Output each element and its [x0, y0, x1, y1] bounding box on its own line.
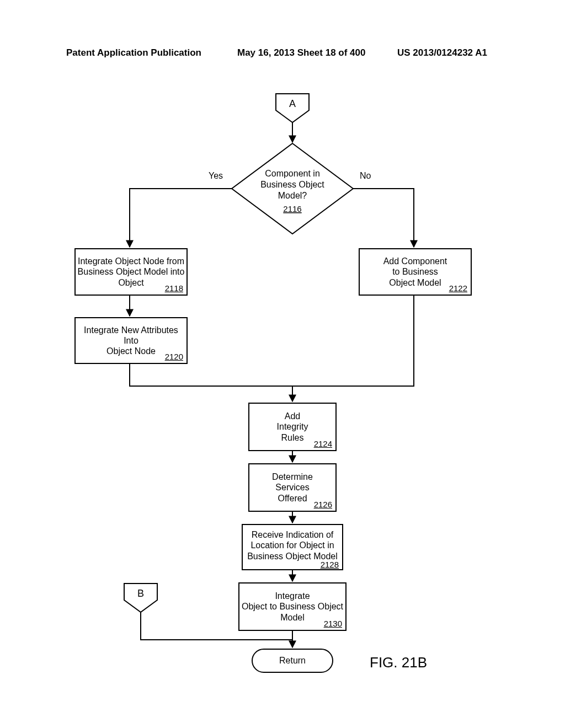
- box-2124-l2: Integrity: [277, 421, 308, 432]
- box-2130-l2: Object to Business Object: [242, 601, 343, 612]
- connector-b: B: [124, 584, 157, 612]
- svg-text:2116: 2116: [283, 204, 301, 213]
- box-2126-ref: 2126: [314, 500, 332, 510]
- box-2118-ref: 2118: [165, 283, 183, 293]
- figure-label: FIG. 21B: [370, 654, 427, 671]
- connector-a: A: [276, 94, 309, 122]
- box-2118-l2: Business Object Model into: [78, 266, 185, 277]
- header-mid: May 16, 2013 Sheet 18 of 400: [237, 47, 365, 58]
- svg-text:Model?: Model?: [278, 191, 307, 200]
- box-2128-ref: 2128: [321, 560, 339, 570]
- box-2124: Add Integrity Rules 2124: [248, 403, 337, 451]
- terminator-return: Return: [252, 649, 333, 673]
- header-left: Patent Application Publication: [66, 47, 201, 58]
- header-right: US 2013/0124232 A1: [397, 47, 487, 58]
- decision-2116: Component in Business Object Model? 2116: [232, 143, 353, 234]
- box-2120-l2: Object Node: [106, 346, 156, 356]
- box-2130-l1: Integrate: [275, 591, 310, 601]
- box-2124-l1: Add: [285, 411, 300, 421]
- box-2122-l3: Object Model: [389, 277, 441, 288]
- box-2118-l3: Object: [118, 277, 143, 288]
- box-2122-l2: to Business: [392, 266, 438, 277]
- connector-b-label: B: [137, 588, 144, 599]
- box-2128-l1: Receive Indication of: [252, 529, 334, 540]
- box-2120: Integrate New Attributes Into Object Nod…: [74, 317, 188, 364]
- box-2120-l1: Integrate New Attributes Into: [76, 325, 186, 346]
- svg-text:Component in: Component in: [265, 169, 320, 178]
- label-yes: Yes: [209, 171, 223, 181]
- box-2122: Add Component to Business Object Model 2…: [359, 248, 472, 296]
- page: Patent Application Publication May 16, 2…: [0, 0, 565, 728]
- edge-2116-2118: [130, 189, 232, 247]
- return-label: Return: [279, 655, 306, 666]
- edge-2122-merge: [292, 296, 414, 386]
- box-2122-ref: 2122: [449, 283, 467, 293]
- box-2130: Integrate Object to Business Object Mode…: [238, 582, 347, 631]
- svg-text:Business Object: Business Object: [260, 180, 324, 189]
- box-2126-l2: Services: [275, 482, 309, 493]
- connector-a-label: A: [289, 98, 296, 109]
- box-2122-l1: Add Component: [383, 256, 447, 266]
- box-2130-ref: 2130: [324, 619, 342, 629]
- label-no: No: [360, 171, 371, 181]
- box-2130-l3: Model: [280, 612, 305, 623]
- box-2128: Receive Indication of Location for Objec…: [242, 524, 343, 570]
- box-2124-ref: 2124: [314, 439, 332, 449]
- box-2126-l3: Offered: [278, 493, 307, 504]
- svg-marker-0: [232, 143, 353, 234]
- box-2120-ref: 2120: [165, 352, 183, 362]
- edge-2120-2124: [130, 364, 292, 402]
- box-2128-l2: Location for Object in: [250, 540, 334, 550]
- box-2118-l1: Integrate Object Node from: [78, 256, 184, 266]
- box-2126: Determine Services Offered 2126: [248, 463, 337, 512]
- box-2126-l1: Determine: [272, 472, 313, 482]
- box-2118: Integrate Object Node from Business Obje…: [74, 248, 188, 296]
- edge-2116-2122: [353, 189, 414, 247]
- box-2124-l3: Rules: [281, 432, 304, 443]
